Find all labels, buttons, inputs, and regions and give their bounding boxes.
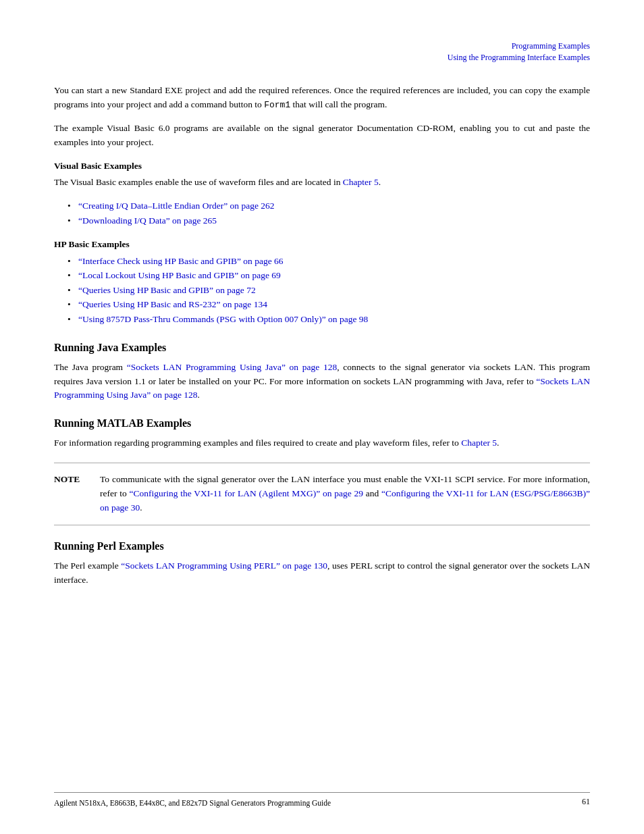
hp-bullet-list: “Interface Check using HP Basic and GPIB… [68,254,590,327]
intro-text-1-end: that will call the program. [290,99,387,109]
java-text-3: . [198,390,200,400]
matlab-text-1: For information regarding programming ex… [54,438,461,448]
footer-left-text: Agilent N518xA, E8663B, E44x8C, and E82x… [54,799,331,807]
footer: Agilent N518xA, E8663B, E44x8C, and E82x… [54,792,590,807]
perl-link[interactable]: “Sockets LAN Programming Using PERL” on … [121,561,327,571]
java-link-1[interactable]: “Sockets LAN Programming Using Java” on … [127,362,337,372]
java-paragraph: The Java program “Sockets LAN Programmin… [54,361,590,403]
header-line2: Using the Programming Interface Examples [54,52,590,63]
list-item: “Using 8757D Pass-Thru Commands (PSG wit… [68,312,590,327]
java-text-1: The Java program [54,362,127,372]
note-text-2: and [363,488,381,498]
page-header: Programming Examples Using the Programmi… [54,41,590,63]
note-content: To communicate with the signal generator… [100,473,590,515]
list-item: “Queries Using HP Basic and RS-232” on p… [68,297,590,312]
note-label: NOTE [54,473,86,515]
matlab-heading: Running MATLAB Examples [54,417,590,429]
hp-link-5[interactable]: “Using 8757D Pass-Thru Commands (PSG wit… [78,314,368,324]
hp-heading: HP Basic Examples [54,239,590,250]
hp-link-2[interactable]: “Local Lockout Using HP Basic and GPIB” … [78,270,281,280]
vb-bullet-list: “Creating I/Q Data–Little Endian Order” … [68,199,590,228]
perl-text-1: The Perl example [54,561,121,571]
page: Programming Examples Using the Programmi… [0,0,644,834]
java-heading: Running Java Examples [54,342,590,354]
list-item: “Local Lockout Using HP Basic and GPIB” … [68,268,590,283]
note-text-3: . [140,502,142,513]
list-item: “Interface Check using HP Basic and GPIB… [68,254,590,269]
matlab-paragraph: For information regarding programming ex… [54,436,590,450]
list-item: “Downloading I/Q Data” on page 265 [68,213,590,228]
note-link-1[interactable]: “Configuring the VXI-11 for LAN (Agilent… [129,488,363,498]
footer-page-number: 61 [582,797,590,807]
perl-paragraph: The Perl example “Sockets LAN Programmin… [54,559,590,588]
vb-link-1[interactable]: “Creating I/Q Data–Little Endian Order” … [78,201,275,211]
vb-heading: Visual Basic Examples [54,161,590,172]
form1-code: Form1 [264,100,290,110]
note-box: NOTE To communicate with the signal gene… [54,463,590,525]
vb-link-2[interactable]: “Downloading I/Q Data” on page 265 [78,215,217,226]
intro-paragraph-1: You can start a new Standard EXE project… [54,84,590,112]
list-item: “Creating I/Q Data–Little Endian Order” … [68,199,590,213]
vb-chapter5-link[interactable]: Chapter 5 [343,177,379,187]
hp-link-3[interactable]: “Queries Using HP Basic and GPIB” on pag… [78,285,256,295]
hp-link-4[interactable]: “Queries Using HP Basic and RS-232” on p… [78,299,267,309]
list-item: “Queries Using HP Basic and GPIB” on pag… [68,283,590,298]
matlab-chapter5-link[interactable]: Chapter 5 [461,438,497,448]
intro-paragraph-2: The example Visual Basic 6.0 programs ar… [54,122,590,150]
header-line1: Programming Examples [54,41,590,52]
matlab-text-2: . [497,438,499,448]
vb-intro-paragraph: The Visual Basic examples enable the use… [54,176,590,190]
perl-heading: Running Perl Examples [54,540,590,552]
vb-intro-text: The Visual Basic examples enable the use… [54,177,343,187]
hp-link-1[interactable]: “Interface Check using HP Basic and GPIB… [78,256,284,266]
